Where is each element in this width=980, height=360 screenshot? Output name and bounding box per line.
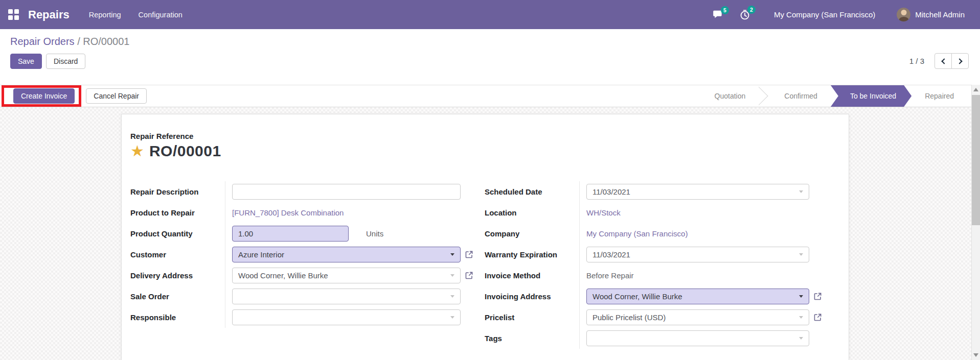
pager-next-button[interactable] [951,53,969,69]
location-link[interactable]: WH/Stock [586,208,621,217]
caret-down-icon[interactable] [799,337,803,340]
status-step-quotation[interactable]: Quotation [701,85,759,107]
pricelist-input[interactable]: Public Pricelist (USD) [586,309,809,325]
caret-down-icon[interactable] [450,295,454,298]
pricelist-value: Public Pricelist (USD) [592,313,666,322]
product-quantity-label: Product Quantity [130,223,225,244]
breadcrumb: Repair Orders / RO/00001 [10,36,980,47]
scrollbar-thumb[interactable] [972,95,980,225]
field-row-invoicing-address: Invoicing AddressWood Corner, Willie Bur… [485,286,838,307]
save-button[interactable]: Save [10,54,42,69]
pricelist-label: Pricelist [485,307,580,328]
menu-reporting[interactable]: Reporting [89,11,121,19]
customer-value: Azure Interior [238,250,284,259]
field-row-company: CompanyMy Company (San Francisco) [485,223,838,244]
repair-description-input[interactable] [232,184,461,200]
vertical-scrollbar[interactable] [971,85,980,360]
statusbar: QuotationConfirmedTo be InvoicedRepaired [701,85,967,107]
statusbar-arrow-separator [759,85,771,107]
customer-input[interactable]: Azure Interior [232,247,461,262]
field-row-location: LocationWH/Stock [485,202,838,223]
warranty-expiration-label: Warranty Expiration [485,244,580,265]
invoicing-address-label: Invoicing Address [485,286,580,307]
sale-order-label: Sale Order [130,286,225,307]
messages-icon[interactable]: 5 [713,10,724,20]
apps-grid-icon[interactable] [8,9,19,20]
activities-icon[interactable]: 2 [739,9,750,20]
pager-previous-button[interactable] [935,53,952,69]
company-label: Company [485,223,580,244]
sale-order-input[interactable] [232,289,461,304]
scheduled-date-label: Scheduled Date [485,181,580,202]
status-step-confirmed[interactable]: Confirmed [771,85,831,107]
field-row-pricelist: PricelistPublic Pricelist (USD) [485,307,838,328]
invoicing-address-input[interactable]: Wood Corner, Willie Burke [586,289,809,304]
annotation-highlight: Create Invoice [2,85,81,107]
user-name: Mitchell Admin [915,10,965,19]
scheduled-date-input[interactable]: 11/03/2021 [586,184,809,200]
product-to-repair-link[interactable]: [FURN_7800] Desk Combination [232,208,344,217]
favorite-star-icon[interactable]: ★ [130,143,144,159]
repair-reference-value: RO/00001 [149,142,221,160]
responsible-label: Responsible [130,307,225,328]
external-link-icon[interactable] [465,250,473,259]
menu-configuration[interactable]: Configuration [139,11,183,19]
create-invoice-button[interactable]: Create Invoice [13,88,75,104]
field-row-product-to-repair: Product to Repair[FURN_7800] Desk Combin… [130,202,485,223]
location-label: Location [485,202,580,223]
external-link-icon[interactable] [465,271,473,280]
user-menu[interactable]: Mitchell Admin [897,8,965,21]
scrollbar-up-arrow[interactable] [973,88,978,91]
caret-down-icon[interactable] [799,253,803,256]
company-switcher[interactable]: My Company (San Francisco) [774,10,875,19]
top-navbar: Repairs Reporting Configuration 5 2 My C… [0,0,980,29]
cancel-repair-button[interactable]: Cancel Repair [86,88,147,104]
delivery-address-input[interactable]: Wood Corner, Willie Burke [232,268,461,283]
field-row-product-quantity: Product Quantity1.00Units [130,223,485,244]
chevron-right-icon [956,58,962,64]
avatar [897,8,910,21]
field-row-warranty-expiration: Warranty Expiration11/03/2021 [485,244,838,265]
field-row-sale-order: Sale Order [130,286,485,307]
field-row-invoice-method: Invoice MethodBefore Repair [485,265,838,286]
tags-input[interactable] [586,330,809,346]
caret-down-icon[interactable] [450,316,454,319]
company-link[interactable]: My Company (San Francisco) [586,229,688,238]
activities-badge: 2 [747,6,756,14]
units-suffix-label: Units [366,229,383,238]
external-link-icon[interactable] [813,313,822,322]
status-step-to-be-invoiced[interactable]: To be Invoiced [831,85,911,107]
app-name[interactable]: Repairs [28,8,70,21]
product-quantity-input[interactable]: 1.00 [232,226,349,242]
tags-label: Tags [485,328,580,349]
field-row-scheduled-date: Scheduled Date11/03/2021 [485,181,838,202]
caret-down-icon[interactable] [799,190,803,193]
warranty-expiration-input[interactable]: 11/03/2021 [586,247,809,262]
caret-down-icon[interactable] [799,316,803,319]
responsible-input[interactable] [232,309,461,325]
caret-down-icon[interactable] [799,295,803,298]
breadcrumb-separator: / [75,36,83,47]
invoicing-address-value: Wood Corner, Willie Burke [592,292,682,301]
status-step-repaired[interactable]: Repaired [911,85,967,107]
field-row-customer: CustomerAzure Interior [130,244,485,265]
field-row-repair-description: Repair Description [130,181,485,202]
product-to-repair-label: Product to Repair [130,202,225,223]
warranty-expiration-value: 11/03/2021 [592,250,630,259]
field-row-tags: Tags [485,328,838,349]
breadcrumb-parent[interactable]: Repair Orders [10,36,75,47]
discard-button[interactable]: Discard [46,54,85,69]
external-link-icon[interactable] [813,292,822,301]
product-quantity-value: 1.00 [238,229,253,238]
scrollbar-down-arrow[interactable] [973,353,978,357]
action-statusbar-row: Create Invoice Cancel Repair QuotationCo… [0,85,980,107]
field-row-responsible: Responsible [130,307,485,328]
caret-down-icon[interactable] [450,253,454,256]
breadcrumb-current: RO/00001 [83,36,129,47]
form-sheet: Repair Reference ★ RO/00001 Repair Descr… [121,114,849,360]
repair-description-label: Repair Description [130,181,225,202]
invoice-method-label: Invoice Method [485,265,580,286]
caret-down-icon[interactable] [450,274,454,277]
customer-label: Customer [130,244,225,265]
chevron-left-icon [941,58,947,64]
